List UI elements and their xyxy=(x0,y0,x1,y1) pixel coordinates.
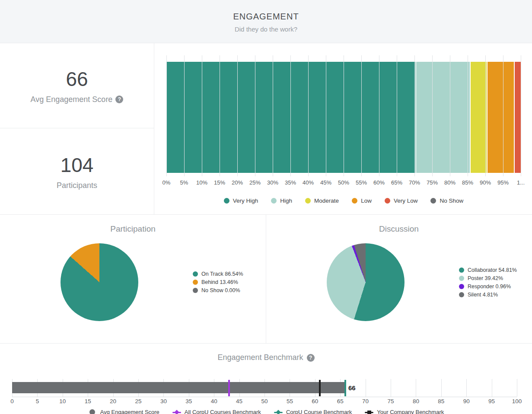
legend-dot xyxy=(193,271,198,277)
diamond-glyph-icon xyxy=(274,409,283,414)
legend-label: Low xyxy=(361,197,372,204)
benchmark-bar-avg-engagement-score[interactable] xyxy=(12,382,345,393)
x-axis-tick-label: 100 xyxy=(512,398,522,404)
gridline xyxy=(432,55,433,176)
legend-item-moderate[interactable]: Moderate xyxy=(305,197,339,204)
glyph-shape xyxy=(367,411,371,414)
legend-label: Silent 4.81% xyxy=(468,292,498,298)
engagement-distribution-legend: Very HighHighModerateLowVery LowNo Show xyxy=(166,197,521,204)
benchmark-title: Engagement Benchmark ? xyxy=(0,353,532,362)
x-axis-tick-label: 35% xyxy=(285,179,296,186)
legend-item-no-show: No Show 0.00% xyxy=(193,287,243,293)
gridline xyxy=(492,379,492,397)
help-icon[interactable]: ? xyxy=(307,354,315,362)
bar-segment-very-low[interactable] xyxy=(514,62,521,173)
bar-segment-high[interactable] xyxy=(415,62,470,173)
x-axis-tick-label: 60 xyxy=(312,398,318,404)
legend-item-your-company-benchmark[interactable]: Your Company Benchmark xyxy=(365,409,444,414)
x-axis-tick-label: 85% xyxy=(462,179,473,186)
legend-label: Behind 13.46% xyxy=(201,279,238,285)
x-axis-tick-label: 60% xyxy=(373,179,385,186)
legend-item-silent: Silent 4.81% xyxy=(459,292,517,298)
page-subtitle: Did they do the work? xyxy=(0,25,532,33)
bar-segment-moderate[interactable] xyxy=(470,62,487,173)
x-axis-tick-label: 5% xyxy=(180,179,188,186)
glyph-shape xyxy=(276,410,280,414)
participants-label: Participants xyxy=(57,181,97,190)
legend-dot xyxy=(224,198,229,204)
discussion-title: Discussion xyxy=(266,224,532,234)
legend-item-poster: Poster 39.42% xyxy=(459,275,517,281)
gridline xyxy=(361,55,362,176)
legend-dot xyxy=(352,198,357,204)
gridline xyxy=(344,55,344,176)
x-axis-tick-label: 65% xyxy=(391,179,402,186)
circle-glyph-icon xyxy=(88,409,97,414)
participants-card: 104 Participants xyxy=(0,128,154,215)
participation-pie-chart[interactable] xyxy=(61,243,138,321)
x-axis-tick-label: 30 xyxy=(160,398,167,404)
x-axis-tick-label: 70% xyxy=(409,179,420,186)
benchmark-title-text: Engagement Benchmark xyxy=(217,353,303,362)
glyph-dot xyxy=(89,409,95,414)
x-axis-tick-label: 45% xyxy=(320,179,331,186)
engagement-overview-section: 66 Avg Engagement Score ? 104 Participan… xyxy=(0,43,532,215)
gridline xyxy=(184,55,185,176)
x-axis-tick-label: 70 xyxy=(362,398,369,404)
gridline xyxy=(521,55,521,176)
benchmark-marker-your-company-benchmark[interactable] xyxy=(319,380,321,396)
legend-label: Your Company Benchmark xyxy=(377,409,444,414)
bar-segment-low[interactable] xyxy=(487,62,514,173)
legend-item-avg-engagement-score[interactable]: Avg Engagement Score xyxy=(88,409,159,414)
x-axis-tick-label: 20 xyxy=(110,398,116,404)
legend-label: Avg Engagement Score xyxy=(100,409,159,414)
gridline xyxy=(441,379,442,397)
discussion-panel: Discussion Collaborator 54.81%Poster 39.… xyxy=(266,215,532,343)
gridline xyxy=(379,55,379,176)
legend-item-all-corpu-courses-benchmark[interactable]: All CorpU Courses Benchmark xyxy=(172,409,261,414)
gridline xyxy=(255,55,255,176)
help-icon[interactable]: ? xyxy=(115,96,123,103)
legend-label: Poster 39.42% xyxy=(468,275,503,281)
x-axis-tick-label: 20% xyxy=(232,179,243,186)
x-axis-tick-label: 90% xyxy=(480,179,491,186)
legend-item-low[interactable]: Low xyxy=(352,197,372,204)
legend-dot xyxy=(385,198,390,204)
gridline xyxy=(220,55,220,176)
x-axis-tick-label: 90 xyxy=(463,398,470,404)
discussion-pie-chart[interactable] xyxy=(327,243,405,321)
benchmark-value-label: 66 xyxy=(345,384,356,392)
gridline xyxy=(397,55,397,176)
benchmark-marker-all-corpu-courses-benchmark[interactable] xyxy=(228,380,230,396)
gridline xyxy=(237,55,238,176)
benchmark-x-axis: 0510152025303540455055606570758085909510… xyxy=(12,398,517,406)
legend-label: No Show 0.00% xyxy=(201,287,240,293)
legend-label: CorpU Course Benchmark xyxy=(286,409,352,414)
page-header: ENGAGEMENT Did they do the work? xyxy=(0,0,532,43)
legend-item-no-show[interactable]: No Show xyxy=(430,197,463,204)
gridline xyxy=(414,55,415,176)
legend-item-on-track: On Track 86.54% xyxy=(193,271,243,277)
avg-engagement-score-value: 66 xyxy=(66,67,88,91)
x-axis-tick-label: 50 xyxy=(261,398,268,404)
legend-label: All CorpU Courses Benchmark xyxy=(185,409,261,414)
legend-label: High xyxy=(280,197,292,204)
legend-dot xyxy=(430,198,436,204)
legend-dot xyxy=(459,268,464,273)
x-axis-tick-label: 25 xyxy=(135,398,141,404)
legend-item-very-high[interactable]: Very High xyxy=(224,197,258,204)
x-axis-tick-label: 85 xyxy=(438,398,444,404)
discussion-legend: Collaborator 54.81%Poster 39.42%Responde… xyxy=(459,267,517,298)
legend-dot xyxy=(193,288,198,293)
glyph-shape xyxy=(174,410,179,414)
legend-item-high[interactable]: High xyxy=(271,197,292,204)
engagement-distribution-x-axis: 0%5%10%15%20%25%30%35%40%45%50%55%60%65%… xyxy=(166,179,521,187)
gridline xyxy=(273,55,273,176)
gridline xyxy=(450,55,450,176)
legend-label: On Track 86.54% xyxy=(201,271,243,277)
legend-label: Responder 0.96% xyxy=(468,283,511,290)
legend-item-very-low[interactable]: Very Low xyxy=(385,197,418,204)
x-axis-tick-label: 55 xyxy=(287,398,293,404)
participation-panel: Participation On Track 86.54%Behind 13.4… xyxy=(0,215,266,343)
legend-item-corpu-course-benchmark[interactable]: CorpU Course Benchmark xyxy=(274,409,352,414)
